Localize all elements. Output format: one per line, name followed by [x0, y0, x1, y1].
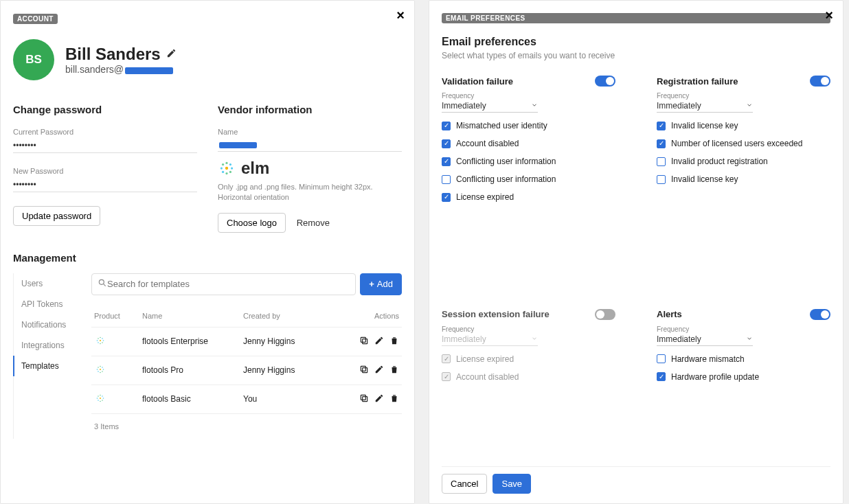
current-password-input[interactable]: [13, 139, 197, 153]
svg-point-1: [225, 162, 227, 164]
edit-icon[interactable]: [374, 336, 384, 347]
frequency-select[interactable]: Immediately: [657, 333, 753, 346]
pref-item: Conflicting user information: [442, 157, 615, 166]
svg-point-28: [102, 367, 103, 368]
logo-hint: Only .jpg and .png files. Minimum height…: [218, 182, 402, 203]
checkbox[interactable]: [442, 122, 451, 130]
checkbox[interactable]: [442, 157, 451, 166]
checkbox[interactable]: [657, 139, 666, 148]
frequency-value: Immediately: [442, 101, 486, 111]
svg-point-39: [102, 396, 103, 397]
svg-point-34: [100, 394, 101, 396]
checkbox[interactable]: [657, 157, 666, 166]
pref-toggle[interactable]: [810, 76, 830, 87]
close-icon[interactable]: ×: [825, 8, 833, 23]
plus-icon: +: [369, 279, 374, 289]
search-templates-input[interactable]: [107, 279, 350, 289]
pref-item-label: Invalid product registration: [671, 157, 768, 166]
change-password-heading: Change password: [13, 104, 197, 115]
svg-point-36: [97, 398, 98, 399]
new-password-input[interactable]: [13, 178, 197, 192]
svg-rect-42: [363, 396, 367, 401]
svg-point-16: [98, 338, 99, 339]
edit-icon[interactable]: [374, 365, 384, 376]
management-heading: Management: [13, 252, 402, 264]
sidebar-tab-api-tokens[interactable]: API Tokens: [13, 294, 82, 314]
checkbox[interactable]: [442, 139, 451, 148]
sidebar-tab-users[interactable]: Users: [13, 273, 82, 294]
checkbox[interactable]: [657, 175, 666, 184]
search-templates-input-wrap[interactable]: [91, 273, 356, 295]
pref-item-label: Hardware mismatch: [671, 354, 745, 364]
svg-point-25: [97, 369, 98, 370]
email-prefs-sub: Select what types of emails you want to …: [442, 51, 830, 60]
pref-section-validation: Validation failure Frequency Immediately…: [442, 76, 615, 287]
email-preferences-panel: Email Preferences × Email preferences Se…: [429, 0, 844, 504]
svg-rect-43: [361, 395, 365, 400]
svg-point-14: [97, 340, 98, 341]
close-icon[interactable]: ×: [396, 8, 405, 23]
pref-item: Invalid license key: [657, 121, 830, 130]
update-password-button[interactable]: Update password: [13, 206, 100, 226]
col-created-by: Created by: [243, 312, 344, 320]
checkbox[interactable]: [442, 175, 451, 184]
svg-rect-31: [363, 367, 367, 372]
save-button[interactable]: Save: [493, 474, 531, 494]
pref-section-session: Session extension failure Frequency Imme…: [442, 309, 615, 467]
pref-section-alerts: Alerts Frequency Immediately Hardware mi…: [657, 309, 830, 467]
pref-toggle[interactable]: [595, 309, 615, 320]
svg-point-24: [100, 371, 101, 373]
edit-icon[interactable]: [374, 393, 384, 405]
pref-item: Hardware profile update: [657, 372, 830, 382]
checkbox[interactable]: [657, 354, 666, 363]
chevron-down-icon: [746, 334, 753, 344]
frequency-label: Frequency: [657, 92, 830, 100]
sidebar-tab-integrations[interactable]: Integrations: [13, 335, 82, 356]
checkbox: [442, 372, 451, 381]
copy-icon[interactable]: [359, 393, 369, 405]
add-template-button[interactable]: +Add: [360, 273, 402, 295]
sidebar-tab-notifications[interactable]: Notifications: [13, 314, 82, 335]
edit-name-icon[interactable]: [166, 48, 177, 60]
frequency-select: Immediately: [442, 333, 538, 346]
svg-point-30: [102, 371, 103, 372]
checkbox[interactable]: [442, 193, 451, 202]
copy-icon[interactable]: [359, 336, 369, 347]
pref-toggle[interactable]: [810, 309, 830, 320]
pref-item: Mismatched user identity: [442, 121, 615, 130]
svg-point-33: [100, 398, 101, 399]
checkbox[interactable]: [657, 372, 666, 381]
checkbox[interactable]: [657, 122, 666, 130]
delete-icon[interactable]: [389, 365, 399, 376]
email-prefs-heading: Email preferences: [442, 36, 830, 48]
pref-toggle[interactable]: [595, 76, 615, 87]
pref-item: License expired: [442, 354, 615, 364]
copy-icon[interactable]: [359, 365, 369, 376]
delete-icon[interactable]: [389, 393, 399, 405]
frequency-label: Frequency: [657, 325, 830, 333]
account-panel: Account × BS Bill Sanders bill.sanders@ …: [0, 0, 415, 504]
frequency-select[interactable]: Immediately: [442, 100, 538, 113]
choose-logo-button[interactable]: Choose logo: [218, 213, 286, 233]
cancel-button[interactable]: Cancel: [442, 474, 487, 494]
account-badge: Account: [13, 14, 58, 24]
svg-point-41: [102, 400, 103, 401]
svg-point-35: [100, 400, 101, 402]
table-row: flotools Basic You: [91, 385, 402, 414]
svg-point-27: [98, 367, 99, 368]
profile-email: bill.sanders@: [65, 64, 177, 75]
elm-logo-icon: [218, 159, 236, 177]
delete-icon[interactable]: [389, 336, 399, 347]
pref-item-label: Conflicting user information: [456, 174, 556, 184]
remove-logo-button[interactable]: Remove: [297, 218, 330, 228]
pref-section-title: Registration failure: [657, 76, 738, 87]
svg-point-6: [229, 163, 231, 165]
checkbox: [442, 354, 451, 363]
frequency-select[interactable]: Immediately: [657, 100, 753, 113]
sidebar-tab-templates[interactable]: Templates: [13, 356, 82, 376]
svg-point-18: [98, 342, 99, 343]
pref-item: Invalid product registration: [657, 157, 830, 166]
svg-point-40: [98, 400, 99, 401]
new-password-label: New Password: [13, 167, 197, 175]
svg-point-13: [100, 343, 101, 344]
